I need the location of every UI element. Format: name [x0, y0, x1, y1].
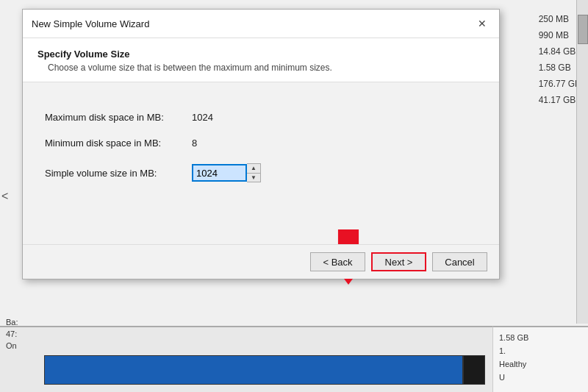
next-button[interactable]: Next > — [371, 252, 426, 271]
modal-overlay: New Simple Volume Wizard ✕ Specify Volum… — [0, 0, 588, 392]
dialog-titlebar: New Simple Volume Wizard ✕ — [23, 10, 499, 38]
volume-size-input-wrap: ▲ ▼ — [192, 163, 261, 182]
volume-size-row: Simple volume size in MB: ▲ ▼ — [45, 163, 477, 182]
dialog-header: Specify Volume Size Choose a volume size… — [23, 38, 499, 82]
max-disk-space-row: Maximum disk space in MB: 1024 — [45, 112, 477, 123]
dialog-header-subtitle: Choose a volume size that is between the… — [48, 63, 484, 73]
dialog-header-title: Specify Volume Size — [37, 49, 484, 60]
min-disk-value: 8 — [192, 138, 197, 149]
volume-size-label: Simple volume size in MB: — [45, 168, 192, 179]
dialog-close-button[interactable]: ✕ — [474, 15, 490, 32]
min-disk-space-row: Minimum disk space in MB: 8 — [45, 138, 477, 149]
spinner-down-button[interactable]: ▼ — [247, 173, 260, 182]
back-button[interactable]: < Back — [310, 252, 365, 271]
spinner-up-button[interactable]: ▲ — [247, 164, 260, 173]
max-disk-label: Maximum disk space in MB: — [45, 112, 192, 123]
max-disk-value: 1024 — [192, 112, 213, 123]
volume-size-input[interactable] — [192, 164, 247, 182]
min-disk-label: Minimum disk space in MB: — [45, 138, 192, 149]
dialog-footer: < Back Next > Cancel — [23, 244, 499, 279]
dialog-body: Maximum disk space in MB: 1024 Minimum d… — [23, 82, 499, 244]
dialog: New Simple Volume Wizard ✕ Specify Volum… — [22, 9, 500, 279]
cancel-button[interactable]: Cancel — [432, 252, 487, 271]
dialog-title: New Simple Volume Wizard — [32, 18, 149, 29]
spinner-buttons: ▲ ▼ — [247, 163, 261, 182]
